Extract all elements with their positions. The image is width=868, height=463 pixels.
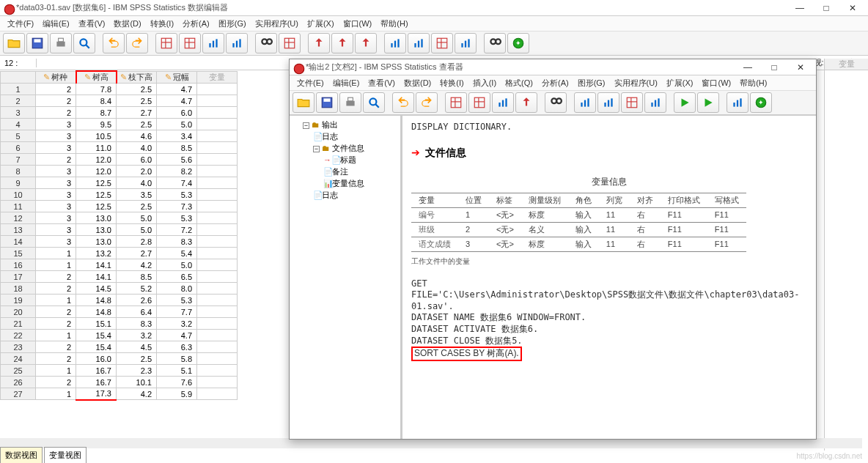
data-cell[interactable]: 3.2	[157, 318, 197, 330]
data-cell[interactable]: 2.0	[117, 166, 157, 177]
data-cell[interactable]: 2.7	[117, 107, 157, 119]
data-cell[interactable]: 4.7	[157, 84, 197, 95]
row-header[interactable]: 4	[1, 119, 36, 130]
data-cell[interactable]: 16.7	[76, 377, 117, 388]
data-cell[interactable]: 5.8	[157, 353, 197, 365]
data-cell[interactable]: 10.1	[117, 377, 157, 388]
viewer-maximize-button[interactable]: □	[762, 60, 787, 75]
preview-button[interactable]	[363, 92, 385, 113]
data-cell[interactable]: 5.3	[157, 295, 197, 306]
menu-item[interactable]: 扩展(X)	[663, 76, 696, 90]
close-button[interactable]: ✕	[840, 1, 865, 15]
menu-item[interactable]: 窗口(W)	[699, 76, 734, 90]
minimize-button[interactable]: —	[787, 1, 812, 15]
row-header[interactable]: 15	[1, 248, 36, 259]
menu-item[interactable]: 查看(V)	[76, 17, 108, 31]
data-cell[interactable]: 2	[36, 341, 76, 353]
data-cell[interactable]: 2.5	[117, 201, 157, 212]
maximize-button[interactable]: □	[814, 1, 839, 15]
data-cell[interactable]: 5.0	[117, 212, 157, 224]
chart-button[interactable]	[455, 33, 477, 53]
data-cell[interactable]: 3	[36, 201, 76, 212]
col-header[interactable]: ✎枝下高	[117, 71, 157, 84]
redo-button[interactable]	[126, 33, 148, 53]
chart-button[interactable]	[597, 92, 619, 113]
run-button[interactable]	[674, 92, 696, 113]
data-cell[interactable]: 13.0	[76, 224, 117, 236]
data-cell[interactable]: 6.4	[117, 306, 157, 318]
tree-log2[interactable]: 日志	[322, 190, 338, 199]
data-cell[interactable]: 3	[36, 177, 76, 189]
data-cell[interactable]: 5.2	[117, 283, 157, 295]
undo-button[interactable]	[103, 33, 125, 53]
data-cell[interactable]: 4.0	[117, 142, 157, 154]
data-cell[interactable]: 3	[36, 212, 76, 224]
data-cell[interactable]: 5.0	[157, 259, 197, 271]
data-cell[interactable]: 7.4	[157, 177, 197, 189]
chart-button[interactable]	[727, 92, 749, 113]
data-cell[interactable]: 5.1	[157, 365, 197, 377]
data-cell[interactable]: 2	[36, 306, 76, 318]
data-cell[interactable]: 1	[36, 259, 76, 271]
data-cell[interactable]: 5.4	[157, 248, 197, 259]
data-cell[interactable]: 1	[36, 365, 76, 377]
data-cell[interactable]: 4.5	[117, 341, 157, 353]
data-cell[interactable]: 2.8	[117, 236, 157, 248]
data-cell[interactable]: 1	[36, 295, 76, 306]
save-button[interactable]	[26, 33, 48, 53]
data-cell[interactable]: 6.5	[157, 271, 197, 283]
data-cell[interactable]: 8.0	[157, 283, 197, 295]
menu-item[interactable]: 分析(A)	[539, 76, 572, 90]
row-header[interactable]: 13	[1, 224, 36, 236]
collapse-icon[interactable]: −	[303, 122, 309, 129]
menu-item[interactable]: 查看(V)	[365, 76, 398, 90]
row-header[interactable]: 17	[1, 271, 36, 283]
data-cell[interactable]: 2	[36, 84, 76, 95]
data-cell[interactable]: 15.4	[76, 341, 117, 353]
data-cell[interactable]: 4.6	[117, 130, 157, 142]
menu-item[interactable]: 帮助(H)	[737, 76, 770, 90]
menu-item[interactable]: 文件(F)	[4, 17, 37, 31]
data-cell[interactable]: 5.6	[157, 154, 197, 166]
tree-notes[interactable]: 备注	[332, 167, 348, 176]
row-header[interactable]: 26	[1, 377, 36, 388]
row-header[interactable]: 20	[1, 306, 36, 318]
data-cell[interactable]: 13.2	[76, 248, 117, 259]
goto-button[interactable]	[355, 33, 377, 53]
row-header[interactable]: 22	[1, 330, 36, 341]
grid-button[interactable]	[179, 33, 201, 53]
tree-title[interactable]: 标题	[340, 155, 356, 164]
data-cell[interactable]: 4.7	[157, 330, 197, 341]
data-cell[interactable]: 8.3	[157, 236, 197, 248]
data-cell[interactable]: 16.0	[76, 353, 117, 365]
menu-item[interactable]: 文件(E)	[294, 76, 327, 90]
row-header[interactable]: 10	[1, 189, 36, 201]
data-cell[interactable]: 14.5	[76, 283, 117, 295]
data-cell[interactable]: 3	[36, 130, 76, 142]
data-cell[interactable]: 2.5	[117, 353, 157, 365]
col-header[interactable]: ✎树高	[76, 71, 117, 84]
menu-item[interactable]: 帮助(H)	[378, 17, 411, 31]
data-cell[interactable]: 7.7	[157, 306, 197, 318]
data-cell[interactable]: 12.5	[76, 189, 117, 201]
data-cell[interactable]: 5.3	[157, 212, 197, 224]
find-button[interactable]	[484, 33, 506, 53]
data-cell[interactable]: 2.7	[117, 248, 157, 259]
data-cell[interactable]: 3.2	[117, 330, 157, 341]
col-header[interactable]: ✎冠幅	[157, 71, 197, 84]
menu-item[interactable]: 转换(I)	[437, 76, 466, 90]
goto-button[interactable]	[308, 33, 330, 53]
row-header[interactable]: 7	[1, 154, 36, 166]
tab-variable-view[interactable]: 变量视图	[44, 447, 87, 463]
menu-item[interactable]: 数据(D)	[111, 17, 144, 31]
data-cell[interactable]: 7.8	[76, 84, 117, 95]
data-cell[interactable]: 14.1	[76, 259, 117, 271]
data-cell[interactable]: 3	[36, 142, 76, 154]
col-header[interactable]: ✎树种	[36, 71, 76, 84]
data-cell[interactable]: 15.4	[76, 330, 117, 341]
row-header[interactable]: 27	[1, 388, 36, 400]
data-cell[interactable]: 14.8	[76, 295, 117, 306]
data-cell[interactable]: 13.0	[76, 212, 117, 224]
grid-button[interactable]	[431, 33, 453, 53]
weight-button[interactable]: ✦	[507, 33, 529, 53]
